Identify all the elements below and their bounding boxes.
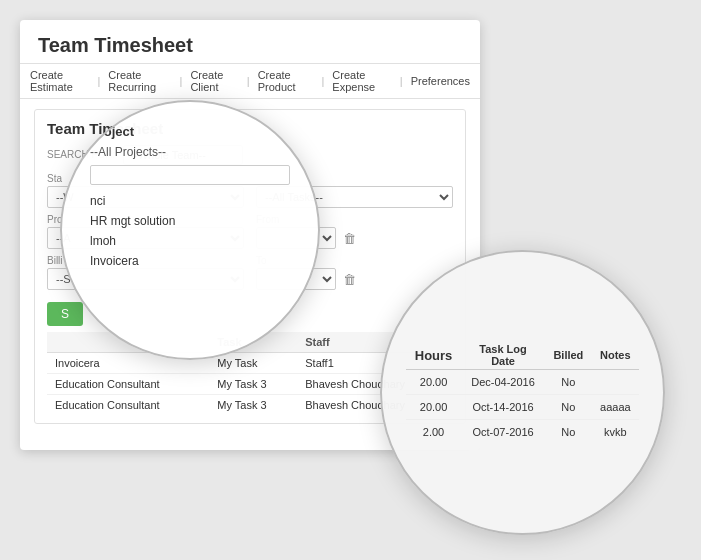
cell-project: Education Consultant [47,374,209,395]
cell-task: My Task 3 [209,395,297,416]
to-calendar-btn[interactable]: 🗑 [340,271,359,288]
toolbar: Create Estimate | Create Recurring | Cre… [20,63,480,99]
col-tasklog-line2: Date [491,355,515,367]
cell-notes: aaaaa [592,395,639,420]
list-item[interactable]: nci [90,191,175,211]
cell-task: My Task 3 [209,374,297,395]
table-row: 2.00 Oct-07-2016 No kvkb [406,420,639,445]
task-log-table: Hours Task Log Date Billed Notes 20.00 D… [406,341,639,444]
cell-hours: 2.00 [406,420,461,445]
table-row: 20.00 Dec-04-2016 No [406,370,639,395]
col-hours: Hours [406,341,461,370]
toolbar-create-estimate[interactable]: Create Estimate [30,69,89,93]
cell-notes: kvkb [592,420,639,445]
toolbar-preferences[interactable]: Preferences [411,75,470,87]
search-button[interactable]: S [47,302,83,326]
list-item[interactable]: Invoicera [90,251,175,271]
cell-hours: 20.00 [406,370,461,395]
col-tasklog: Task Log Date [461,341,545,370]
cell-project: Education Consultant [47,395,209,416]
cell-hours: 20.00 [406,395,461,420]
cell-billed: No [545,370,592,395]
list-item[interactable]: HR mgt solution [90,211,175,231]
main-card-title: Team Timesheet [20,20,480,63]
dropdown-items-container: nciHR mgt solutionlmohInvoicera [90,191,175,271]
col-notes: Notes [592,341,639,370]
cell-date: Oct-07-2016 [461,420,545,445]
cell-billed: No [545,420,592,445]
toolbar-create-recurring[interactable]: Create Recurring [108,69,171,93]
cell-date: Oct-14-2016 [461,395,545,420]
dropdown-default[interactable]: --All Projects-- [90,145,166,159]
project-dropdown-circle: Project --All Projects-- nciHR mgt solut… [60,100,320,360]
table-row: 20.00 Oct-14-2016 No aaaaa [406,395,639,420]
toolbar-create-product[interactable]: Create Product [258,69,314,93]
task-log-circle: Hours Task Log Date Billed Notes 20.00 D… [380,250,665,535]
cell-notes [592,370,639,395]
dropdown-search[interactable] [90,165,290,185]
col-billed: Billed [545,341,592,370]
col-tasklog-line1: Task Log [479,343,526,355]
toolbar-create-client[interactable]: Create Client [190,69,238,93]
toolbar-create-expense[interactable]: Create Expense [332,69,392,93]
cell-billed: No [545,395,592,420]
cell-date: Dec-04-2016 [461,370,545,395]
from-calendar-btn[interactable]: 🗑 [340,230,359,247]
task-log-inner: Hours Task Log Date Billed Notes 20.00 D… [382,325,663,460]
list-item[interactable]: lmoh [90,231,175,251]
